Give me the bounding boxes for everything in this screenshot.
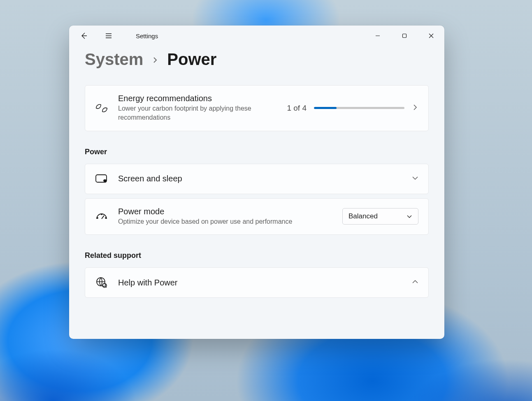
energy-text: Energy recommendations Lower your carbon…	[118, 94, 270, 123]
chevron-right-icon	[412, 104, 418, 112]
svg-point-3	[101, 214, 102, 215]
help-with-power-card[interactable]: Help with Power	[85, 267, 429, 298]
close-icon	[429, 33, 434, 38]
minimize-button[interactable]	[364, 25, 391, 46]
page-title: Power	[167, 50, 216, 69]
energy-subtitle: Lower your carbon footprint by applying …	[118, 104, 270, 123]
energy-progress-fill	[314, 107, 337, 109]
window-controls	[364, 25, 444, 46]
back-button[interactable]	[77, 28, 91, 43]
chevron-right-icon	[151, 53, 159, 67]
leaf-icon	[95, 102, 108, 115]
settings-window: Settings System Power	[69, 25, 444, 339]
content-area: System Power Energy recommendations Lowe…	[69, 46, 444, 339]
power-section-heading: Power	[85, 148, 429, 156]
screen-and-sleep-card[interactable]: Screen and sleep	[85, 164, 429, 194]
gauge-icon	[95, 210, 108, 223]
power-mode-subtitle: Optimize your device based on power use …	[118, 217, 292, 226]
related-support-heading: Related support	[85, 251, 429, 260]
close-button[interactable]	[418, 25, 444, 46]
hamburger-icon	[105, 32, 112, 39]
svg-rect-0	[402, 34, 406, 38]
breadcrumb: System Power	[85, 50, 429, 69]
screen-sleep-trail	[412, 175, 418, 183]
help-text: Help with Power	[118, 278, 178, 287]
energy-trail: 1 of 4	[287, 104, 418, 113]
screen-sleep-title: Screen and sleep	[118, 174, 182, 183]
energy-title: Energy recommendations	[118, 94, 270, 103]
screen-sleep-icon	[95, 172, 108, 185]
maximize-icon	[402, 33, 407, 38]
maximize-button[interactable]	[391, 25, 418, 46]
globe-search-icon	[95, 276, 108, 289]
minimize-icon	[375, 33, 380, 38]
help-trail	[412, 278, 418, 287]
breadcrumb-parent[interactable]: System	[85, 50, 143, 69]
power-mode-trail: Balanced	[342, 208, 418, 225]
screen-sleep-text: Screen and sleep	[118, 174, 182, 183]
titlebar: Settings	[69, 25, 444, 46]
svg-point-2	[97, 218, 98, 218]
arrow-left-icon	[80, 32, 88, 40]
menu-button[interactable]	[101, 28, 116, 43]
titlebar-left: Settings	[77, 28, 158, 43]
power-mode-selected: Balanced	[348, 212, 378, 220]
energy-recommendations-card[interactable]: Energy recommendations Lower your carbon…	[85, 85, 429, 131]
energy-progress-text: 1 of 4	[287, 104, 307, 113]
svg-point-4	[105, 218, 106, 218]
power-mode-card: Power mode Optimize your device based on…	[85, 198, 429, 235]
app-title: Settings	[136, 32, 158, 39]
power-mode-dropdown[interactable]: Balanced	[342, 208, 418, 225]
chevron-down-icon	[412, 175, 418, 183]
energy-progress-bar	[314, 107, 404, 109]
chevron-down-icon	[407, 213, 412, 219]
chevron-up-icon	[412, 278, 418, 287]
power-mode-text: Power mode Optimize your device based on…	[118, 207, 292, 226]
help-title: Help with Power	[118, 278, 178, 287]
power-mode-title: Power mode	[118, 207, 292, 216]
